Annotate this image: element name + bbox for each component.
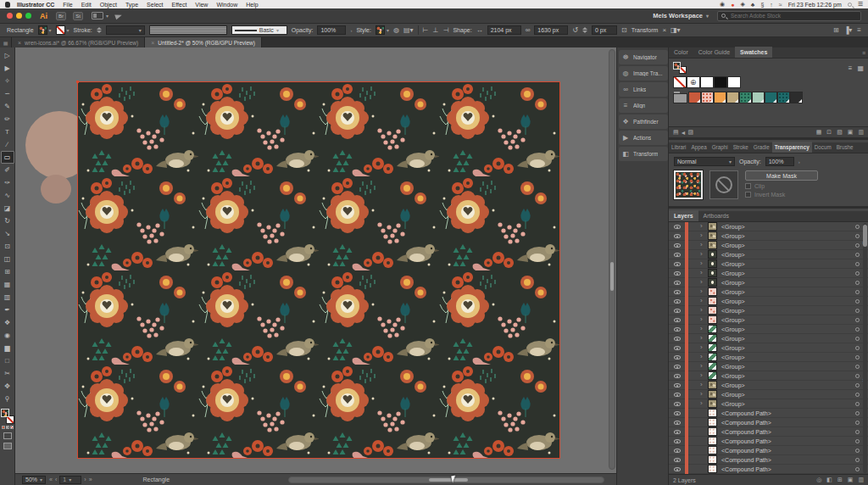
<Group>[interactable]: › <Group> — [669, 306, 868, 315]
document-setup-icon[interactable]: ▤▾ — [403, 26, 414, 34]
fill-swatch[interactable] — [38, 25, 47, 35]
<Group>[interactable]: › <Group> — [669, 390, 868, 399]
layer-name[interactable]: <Group> — [721, 270, 745, 276]
<Compound Path>[interactable]: › <Compound Path> — [669, 418, 868, 427]
menu-item[interactable]: Help — [246, 2, 258, 8]
isolate-icon[interactable]: × — [662, 26, 666, 34]
shaper-tool[interactable]: ∿ — [1, 189, 14, 202]
visibility-toggle[interactable] — [674, 439, 681, 443]
expand-chevron[interactable]: › — [700, 307, 704, 314]
swatch-options-icon[interactable]: ⊡ — [826, 129, 832, 136]
visibility-toggle[interactable] — [674, 271, 681, 276]
expand-chevron[interactable]: › — [700, 270, 704, 276]
<Group>[interactable]: › <Group> — [669, 399, 868, 409]
dropbox-icon[interactable]: ◈ — [740, 1, 744, 8]
visibility-toggle[interactable] — [674, 309, 681, 313]
color-swatch[interactable] — [765, 92, 777, 103]
layer-name[interactable]: <Group> — [721, 242, 745, 248]
close-window-button[interactable] — [7, 13, 13, 19]
visibility-toggle[interactable] — [674, 290, 681, 294]
rotate-icon[interactable]: ↺ — [572, 26, 578, 34]
stroke-weight-stepper[interactable] — [97, 27, 102, 33]
menu-item[interactable]: Edit — [81, 2, 92, 8]
adobe-app-shortcut[interactable]: Br — [56, 12, 66, 20]
visibility-toggle[interactable] — [674, 327, 681, 332]
hand-tool[interactable]: ✥ — [1, 380, 14, 393]
layer-thumbnail[interactable] — [708, 446, 717, 454]
menu-item[interactable]: Effect — [172, 2, 187, 8]
layer-thumbnail[interactable] — [708, 222, 717, 231]
style-label[interactable]: Style: — [356, 27, 371, 33]
<Group>[interactable]: › <Group> — [669, 371, 868, 381]
<Compound Path>[interactable]: › <Compound Path> — [669, 455, 868, 465]
align-left-icon[interactable]: ⊢ — [423, 26, 429, 34]
style-swatch[interactable] — [376, 25, 385, 35]
transform-link[interactable]: Transform — [632, 27, 659, 33]
layer-name[interactable]: <Compound Path> — [721, 466, 771, 472]
zoom-tool[interactable]: ⚲ — [1, 393, 14, 405]
panel-tab[interactable]: Stroke — [731, 142, 751, 153]
layer-thumbnail[interactable] — [708, 241, 717, 249]
swatch-none[interactable] — [673, 76, 687, 88]
layer-name[interactable]: <Group> — [721, 261, 745, 267]
visibility-toggle[interactable] — [674, 449, 681, 453]
document-tab[interactable]: × Untitled-2* @ 50% (RGB/GPU Preview) — [145, 37, 262, 47]
visibility-toggle[interactable] — [674, 253, 681, 257]
apple-menu-icon[interactable] — [5, 2, 10, 8]
dock-actions[interactable]: ▶ Actions — [619, 131, 668, 145]
layer-thumbnail[interactable] — [708, 353, 717, 361]
swatch-black[interactable] — [714, 76, 727, 88]
<Compound Path>[interactable]: › <Compound Path> — [669, 446, 868, 455]
target-circle[interactable] — [855, 449, 860, 453]
target-circle[interactable] — [855, 411, 860, 415]
layer-thumbnail[interactable] — [708, 297, 717, 305]
library-prev-icon[interactable]: ◄ — [681, 130, 687, 136]
layer-name[interactable]: <Group> — [721, 336, 745, 342]
target-circle[interactable] — [855, 365, 860, 369]
<Group>[interactable]: › <Group> — [669, 362, 868, 371]
menu-item[interactable]: Select — [147, 2, 163, 8]
recolor-artwork-icon[interactable]: ◍ — [393, 26, 399, 34]
notification-center-icon[interactable]: ☰ — [858, 1, 863, 8]
dock-align[interactable]: ≡ Align — [619, 98, 668, 113]
layer-name[interactable]: <Group> — [721, 345, 745, 351]
lasso-tool[interactable]: ∽ — [1, 87, 14, 100]
expand-chevron[interactable]: › — [700, 363, 704, 370]
delete-swatch-icon[interactable]: ▥ — [858, 129, 864, 136]
dock-pathfinder[interactable]: ❖ Pathfinder — [619, 114, 668, 129]
panel-tab[interactable]: Gradie — [751, 142, 772, 153]
curvature-tool[interactable]: ✏ — [1, 113, 14, 125]
target-circle[interactable] — [855, 225, 860, 229]
expand-chevron[interactable]: › — [700, 335, 704, 342]
next-artboard-icon[interactable]: › — [84, 477, 86, 482]
stroke-label[interactable]: Stroke: — [74, 27, 92, 33]
target-circle[interactable] — [855, 253, 860, 257]
slice-tool[interactable]: ✂ — [1, 367, 14, 380]
layer-name[interactable]: <Group> — [721, 373, 745, 379]
visibility-toggle[interactable] — [674, 374, 681, 378]
layer-name[interactable]: <Group> — [721, 364, 745, 370]
delete-layer-icon[interactable]: ▥ — [858, 477, 864, 483]
screen-record-icon[interactable]: ◉ — [720, 1, 725, 8]
stroke-swatch[interactable] — [56, 25, 65, 35]
opacity-input[interactable]: 100% — [765, 157, 794, 166]
creative-cloud-icon[interactable]: ● — [731, 2, 734, 8]
swatch-registration[interactable] — [687, 76, 700, 88]
layer-thumbnail[interactable] — [708, 259, 717, 268]
layer-thumbnail[interactable] — [708, 315, 717, 324]
tabbar-corner-icon[interactable]: ▦ — [0, 37, 12, 47]
layer-name[interactable]: <Compound Path> — [721, 448, 771, 454]
target-circle[interactable] — [855, 467, 860, 471]
visibility-toggle[interactable] — [674, 262, 681, 266]
artboard[interactable] — [78, 82, 559, 458]
target-circle[interactable] — [855, 439, 860, 443]
<Compound Path>[interactable]: › <Compound Path> — [669, 427, 868, 437]
brush-definition-select[interactable]: Basic ▾ — [231, 25, 287, 35]
locate-object-icon[interactable]: ◎ — [816, 477, 821, 483]
free-transform-tool[interactable]: ⊡ — [1, 240, 14, 253]
spotlight-search-icon[interactable] — [848, 3, 852, 7]
target-circle[interactable] — [855, 393, 860, 397]
target-circle[interactable] — [855, 234, 860, 238]
color-swatch[interactable] — [739, 92, 752, 103]
swatch-white[interactable] — [700, 76, 714, 88]
